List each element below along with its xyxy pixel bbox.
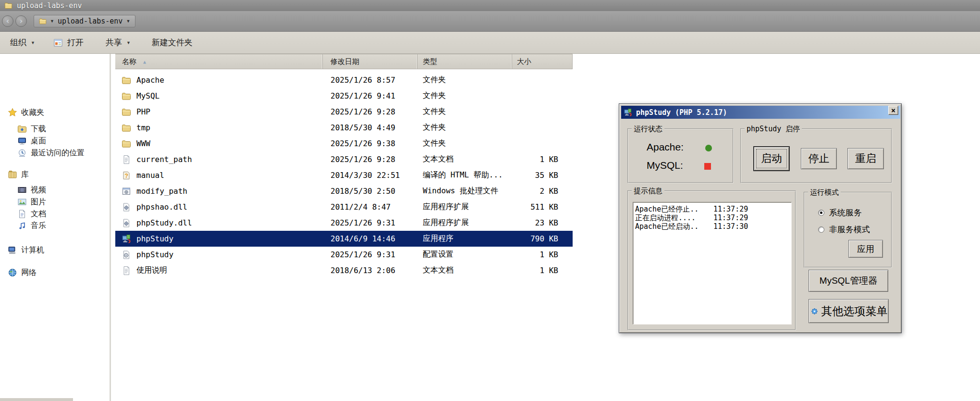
column-header-name[interactable]: 名称 ▲: [115, 54, 323, 69]
open-button[interactable]: 打开: [49, 35, 87, 50]
chevron-down-icon[interactable]: ▼: [126, 19, 130, 24]
breadcrumb[interactable]: ▼ upload-labs-env ▼: [34, 15, 135, 27]
file-row[interactable]: modify_path 2018/5/30 2:50 Windows 批处理文件…: [115, 183, 573, 199]
file-row[interactable]: 使用说明 2018/6/13 2:06 文本文档 1 KB: [115, 263, 573, 278]
folder-icon: [122, 139, 131, 149]
file-type: Windows 批处理文件: [417, 186, 512, 196]
file-name: tmp: [136, 123, 150, 132]
sidebar-item-desktop[interactable]: 桌面: [17, 135, 46, 147]
file-date: 2025/1/26 9:31: [323, 250, 417, 259]
file-date: 2025/1/26 8:57: [323, 75, 417, 85]
file-row[interactable]: phpStudy.dll 2025/1/26 9:31 应用程序扩展 23 KB: [115, 215, 573, 231]
log-listbox[interactable]: Apache已经停止.. 11:37:29 正在启动进程.... 11:37:2…: [633, 202, 792, 325]
file-name: 使用说明: [136, 265, 167, 276]
file-type: 应用程序: [417, 234, 512, 244]
mysql-status-row: MySQL:: [647, 160, 683, 171]
file-name: Apache: [136, 75, 164, 85]
file-name: MySQL: [136, 91, 159, 100]
file-date: 2014/6/9 14:46: [323, 234, 417, 243]
file-row[interactable]: manual 2014/3/30 22:51 编译的 HTML 帮助... 35…: [115, 167, 573, 183]
dll-file-icon: [122, 218, 131, 228]
file-name: phpStudy: [136, 234, 173, 243]
file-type: 文件夹: [417, 138, 512, 149]
start-button[interactable]: 启动: [753, 146, 790, 171]
sidebar-item-label: 文档: [31, 209, 46, 219]
radio-unselected-icon[interactable]: [818, 226, 824, 233]
stop-button[interactable]: 停止: [801, 148, 837, 169]
desktop: upload-labs-env ‹ › ▼ upload-labs-env ▼ …: [0, 0, 980, 401]
file-row[interactable]: Apache 2025/1/26 8:57 文件夹: [115, 72, 573, 88]
sidebar-item-documents[interactable]: 文档: [17, 208, 46, 220]
gear-icon: [810, 307, 819, 316]
folder-icon: [122, 123, 131, 133]
file-size: 1 KB: [512, 266, 573, 275]
share-menu[interactable]: 共享 ▼: [102, 35, 135, 50]
message-label: 提示信息: [632, 187, 664, 196]
pane-divider[interactable]: [110, 54, 111, 401]
sidebar-item-label: 最近访问的位置: [31, 148, 85, 158]
sidebar-item-music[interactable]: 音乐: [17, 220, 46, 231]
globe-icon: [8, 268, 17, 277]
file-date: 2018/5/30 2:50: [323, 187, 417, 196]
file-date: 2014/3/30 22:51: [323, 171, 417, 180]
new-folder-button[interactable]: 新建文件夹: [148, 35, 196, 50]
log-entry: Apache已经停止.. 11:37:29: [635, 205, 789, 213]
sidebar-group-libraries[interactable]: 库: [8, 169, 29, 180]
dialog-titlebar[interactable]: phpStudy (PHP 5.2.17): [621, 106, 900, 119]
column-header-size[interactable]: 大小: [512, 54, 572, 69]
other-options-button[interactable]: 其他选项菜单: [808, 299, 889, 323]
file-row[interactable]: phpStudy 2025/1/26 9:31 配置设置 1 KB: [115, 247, 573, 263]
file-row[interactable]: tmp 2018/5/30 4:49 文件夹: [115, 120, 573, 136]
download-folder-icon: [17, 124, 27, 134]
apache-running-indicator: [705, 145, 712, 151]
sidebar-item-recent-places[interactable]: 最近访问的位置: [17, 147, 85, 159]
file-row[interactable]: current_path 2025/1/26 9:28 文本文档 1 KB: [115, 151, 573, 167]
file-date: 2025/1/26 9:38: [323, 139, 417, 148]
apply-button[interactable]: 应用: [848, 240, 883, 258]
file-row[interactable]: MySQL 2025/1/26 9:41 文件夹: [115, 88, 573, 104]
file-row[interactable]: PHP 2025/1/26 9:28 文件夹: [115, 104, 573, 120]
forward-button[interactable]: ›: [15, 15, 27, 27]
file-row[interactable]: phpshao.dll 2011/2/4 8:47 应用程序扩展 511 KB: [115, 199, 573, 215]
file-type: 文件夹: [417, 123, 512, 133]
file-size: 790 KB: [512, 234, 573, 243]
star-icon: [8, 108, 17, 117]
sidebar-item-pictures[interactable]: 图片: [17, 196, 46, 208]
radio-system-service[interactable]: 系统服务: [818, 207, 862, 218]
file-name: PHP: [136, 107, 150, 116]
mysql-admin-button[interactable]: MySQL管理器: [808, 270, 888, 292]
log-entry: 正在启动进程.... 11:37:29: [635, 213, 789, 222]
phpstudy-app-icon: [122, 234, 131, 244]
column-header-date[interactable]: 修改日期: [323, 54, 417, 69]
sidebar-item-computer[interactable]: 计算机: [8, 244, 44, 256]
column-header-type[interactable]: 类型: [417, 54, 512, 69]
address-bar: ‹ › ▼ upload-labs-env ▼: [0, 11, 980, 32]
file-row[interactable]: WWW 2025/1/26 9:38 文件夹: [115, 136, 573, 151]
radio-non-service[interactable]: 非服务模式: [818, 224, 870, 235]
computer-icon: [8, 245, 17, 255]
radio-selected-icon[interactable]: [818, 210, 824, 216]
sidebar-item-videos[interactable]: 视频: [17, 184, 46, 196]
open-label: 打开: [67, 37, 84, 48]
organize-menu[interactable]: 组织 ▼: [6, 35, 39, 50]
mysql-label: MySQL:: [647, 160, 683, 171]
file-name: phpshao.dll: [136, 202, 187, 212]
log-entry: Apache已经启动.. 11:37:30: [635, 222, 789, 231]
file-date: 2018/5/30 4:49: [323, 123, 417, 132]
log-time: 11:37:29: [713, 205, 748, 213]
file-size: 35 KB: [512, 171, 573, 180]
chevron-down-icon[interactable]: ▼: [50, 19, 54, 24]
restart-button[interactable]: 重启: [847, 148, 884, 169]
sidebar-item-network[interactable]: 网络: [8, 267, 37, 278]
explorer-titlebar[interactable]: upload-labs-env: [0, 0, 980, 11]
file-date: 2011/2/4 8:47: [323, 202, 417, 212]
start-stop-label: phpStudy 启停: [745, 125, 802, 134]
back-button[interactable]: ‹: [2, 15, 13, 27]
folder-icon: [39, 17, 47, 25]
scrollbar-remnant: [0, 398, 73, 401]
file-date: 2025/1/26 9:41: [323, 91, 417, 100]
close-button[interactable]: ×: [888, 106, 898, 115]
file-row-selected[interactable]: phpStudy 2014/6/9 14:46 应用程序 790 KB: [115, 231, 573, 247]
sidebar-group-favorites[interactable]: 收藏夹: [8, 107, 44, 118]
sidebar-item-downloads[interactable]: 下载: [17, 123, 46, 135]
